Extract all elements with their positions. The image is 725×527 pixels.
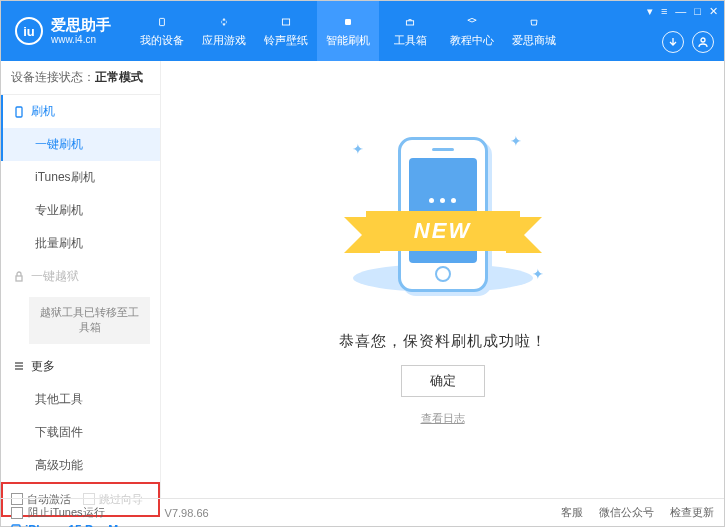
sidebar: 设备连接状态：正常模式 刷机 一键刷机 iTunes刷机 专业刷机 批量刷机 一… (1, 61, 161, 498)
device-icon (152, 14, 172, 30)
svg-rect-1 (282, 19, 289, 25)
svg-rect-2 (345, 19, 351, 25)
svg-rect-0 (160, 18, 165, 25)
app-header: iu 爱思助手 www.i4.cn 我的设备 应用游戏 铃声壁纸 智能刷机 (1, 1, 724, 61)
view-log-link[interactable]: 查看日志 (421, 411, 465, 426)
group-title: 一键越狱 (31, 268, 79, 285)
nav-ringtones[interactable]: 铃声壁纸 (255, 1, 317, 61)
sidebar-item-download-fw[interactable]: 下载固件 (1, 416, 160, 449)
nav-tutorials[interactable]: 教程中心 (441, 1, 503, 61)
svg-rect-6 (16, 276, 22, 281)
footer: 阻止iTunes运行 V7.98.66 客服 微信公众号 检查更新 (1, 498, 724, 526)
version-label: V7.98.66 (165, 507, 209, 519)
apps-icon (214, 14, 234, 30)
sparkle-icon: ✦ (510, 133, 522, 149)
logo[interactable]: iu 爱思助手 www.i4.cn (1, 17, 121, 45)
maximize-icon[interactable]: □ (694, 5, 701, 18)
jailbreak-note: 越狱工具已转移至工具箱 (29, 297, 150, 344)
nav-label: 应用游戏 (202, 33, 246, 48)
sidebar-item-advanced[interactable]: 高级功能 (1, 449, 160, 482)
flash-icon (338, 14, 358, 30)
footer-link-update[interactable]: 检查更新 (670, 505, 714, 520)
sparkle-icon: ✦ (532, 266, 544, 282)
sidebar-item-oneclick-flash[interactable]: 一键刷机 (1, 128, 160, 161)
conn-value: 正常模式 (95, 70, 143, 84)
svg-point-4 (701, 38, 705, 42)
minimize-icon[interactable]: — (675, 5, 686, 18)
sidebar-item-batch-flash[interactable]: 批量刷机 (1, 227, 160, 260)
toolbox-icon (400, 14, 420, 30)
sidebar-item-other-tools[interactable]: 其他工具 (1, 383, 160, 416)
lock-icon (13, 271, 25, 283)
group-title: 更多 (31, 358, 55, 375)
nav-label: 爱思商城 (512, 33, 556, 48)
nav-store[interactable]: 爱思商城 (503, 1, 565, 61)
main-content: ✦ ✦ ✦ NEW 恭喜您，保资料刷机成功啦！ 确定 查看日志 (161, 61, 724, 498)
ck-label: 阻止iTunes运行 (28, 505, 105, 520)
phone-icon (13, 106, 25, 118)
success-message: 恭喜您，保资料刷机成功啦！ (339, 332, 547, 351)
nav-label: 智能刷机 (326, 33, 370, 48)
sidebar-item-itunes-flash[interactable]: iTunes刷机 (1, 161, 160, 194)
nav-apps[interactable]: 应用游戏 (193, 1, 255, 61)
sidebar-group-flash[interactable]: 刷机 (1, 95, 160, 128)
sidebar-item-pro-flash[interactable]: 专业刷机 (1, 194, 160, 227)
success-illustration: ✦ ✦ ✦ NEW (338, 133, 548, 318)
svg-rect-3 (406, 21, 413, 25)
nav-toolbox[interactable]: 工具箱 (379, 1, 441, 61)
close-icon[interactable]: ✕ (709, 5, 718, 18)
nav-label: 我的设备 (140, 33, 184, 48)
user-icon[interactable] (692, 31, 714, 53)
conn-label: 设备连接状态： (11, 70, 95, 84)
download-icon[interactable] (662, 31, 684, 53)
app-title: 爱思助手 (51, 17, 111, 34)
nav-label: 工具箱 (394, 33, 427, 48)
store-icon (524, 14, 544, 30)
sparkle-icon: ✦ (352, 141, 364, 157)
group-title: 刷机 (31, 103, 55, 120)
connection-status: 设备连接状态：正常模式 (1, 61, 160, 95)
new-ribbon: NEW (366, 211, 520, 251)
menu-icon[interactable]: ▾ (647, 5, 653, 18)
ok-button[interactable]: 确定 (401, 365, 485, 397)
sidebar-group-more[interactable]: 更多 (1, 350, 160, 383)
app-subtitle: www.i4.cn (51, 34, 111, 45)
wallpaper-icon (276, 14, 296, 30)
tutorial-icon (462, 14, 482, 30)
logo-icon: iu (15, 17, 43, 45)
footer-link-wechat[interactable]: 微信公众号 (599, 505, 654, 520)
options-icon[interactable]: ≡ (661, 5, 667, 18)
svg-rect-5 (16, 107, 22, 117)
checkbox-block-itunes[interactable]: 阻止iTunes运行 (11, 505, 105, 520)
footer-link-support[interactable]: 客服 (561, 505, 583, 520)
list-icon (13, 360, 25, 372)
nav-my-device[interactable]: 我的设备 (131, 1, 193, 61)
window-controls: ▾ ≡ — □ ✕ (647, 5, 718, 18)
nav-label: 铃声壁纸 (264, 33, 308, 48)
sidebar-group-jailbreak: 一键越狱 (1, 260, 160, 293)
nav-smart-flash[interactable]: 智能刷机 (317, 1, 379, 61)
ribbon-text: NEW (366, 211, 520, 251)
top-nav: 我的设备 应用游戏 铃声壁纸 智能刷机 工具箱 教程中心 (131, 1, 565, 61)
nav-label: 教程中心 (450, 33, 494, 48)
